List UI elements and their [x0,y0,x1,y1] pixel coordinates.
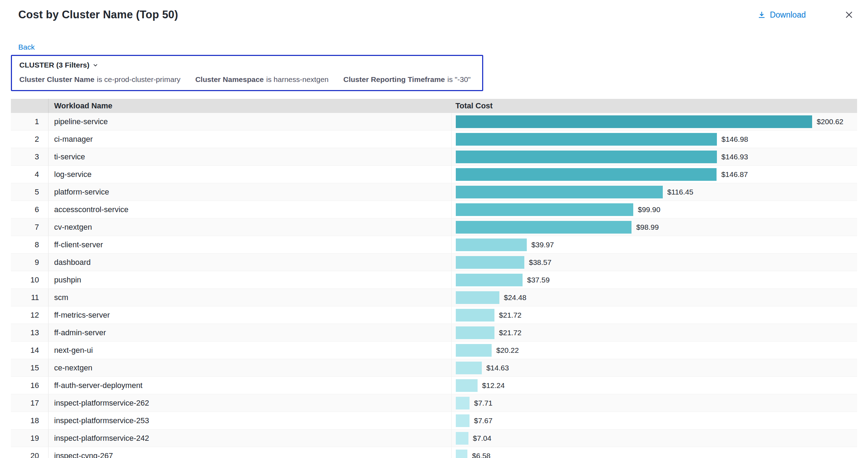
cost-table: Workload Name Total Cost 1pipeline-servi… [11,99,857,458]
cost-cell: $21.72 [451,306,857,324]
cost-bar[interactable] [456,397,469,409]
cost-cell: $99.90 [451,201,857,218]
workload-name: pipeline-service [48,113,451,130]
download-button[interactable]: Download [757,10,806,20]
table-row: 16ff-auth-server-deployment$12.24 [11,377,857,394]
workload-name: pushpin [48,271,451,288]
cost-bar[interactable] [456,362,482,374]
cost-value: $7.67 [474,416,493,425]
cost-value: $14.63 [486,364,509,372]
cost-value: $146.93 [721,153,748,161]
cost-cell: $200.62 [451,113,857,130]
row-rank: 20 [11,451,48,458]
cost-value: $7.71 [474,399,493,407]
row-rank: 7 [11,223,48,232]
chevron-down-icon [92,62,98,68]
filter-field: Cluster Reporting Timeframe [343,75,445,83]
close-icon[interactable] [844,10,854,19]
cost-cell: $14.63 [451,359,857,376]
table-row: 13ff-admin-server$21.72 [11,324,857,342]
row-rank: 11 [11,293,48,302]
cost-cell: $21.72 [451,324,857,341]
cost-cell: $38.57 [451,254,857,271]
cost-bar[interactable] [456,186,663,198]
column-header-total-cost: Total Cost [451,101,857,110]
cost-cell: $12.24 [451,377,857,394]
workload-name: ff-auth-server-deployment [48,377,451,394]
cost-bar[interactable] [456,414,469,427]
cost-value: $21.72 [499,311,522,319]
table-row: 18inspect-platformservice-253$7.67 [11,412,857,430]
filter-items: Cluster Cluster Nameis ce-prod-cluster-p… [19,75,475,84]
row-rank: 15 [11,363,48,373]
table-row: 4log-service$146.87 [11,166,857,183]
row-rank: 2 [11,135,48,144]
page-title: Cost by Cluster Name (Top 50) [18,8,178,21]
workload-name: next-gen-ui [48,342,451,359]
table-row: 1pipeline-service$200.62 [11,113,857,131]
cost-cell: $37.59 [451,271,857,288]
row-rank: 16 [11,381,48,390]
cost-bar[interactable] [456,115,812,128]
row-rank: 1 [11,117,48,126]
download-icon [757,11,766,19]
filter-summary-label: CLUSTER (3 Filters) [19,61,90,69]
cost-bar[interactable] [456,450,467,458]
cost-value: $21.72 [499,329,522,337]
cost-bar[interactable] [456,221,631,234]
cost-cell: $24.48 [451,289,857,306]
table-row: 5platform-service$116.45 [11,183,857,201]
table-row: 3ti-service$146.93 [11,148,857,166]
cost-bar[interactable] [456,326,494,339]
table-row: 9dashboard$38.57 [11,254,857,271]
workload-name: platform-service [48,183,451,201]
cost-value: $146.87 [721,170,748,179]
table-row: 19inspect-platformservice-242$7.04 [11,430,857,447]
cost-bar[interactable] [456,344,492,357]
table-row: 14next-gen-ui$20.22 [11,342,857,359]
workload-name: inspect-cvng-267 [48,447,451,458]
cost-bar[interactable] [456,133,717,146]
cost-bar[interactable] [456,151,717,163]
column-header-workload-name: Workload Name [48,99,451,113]
row-rank: 6 [11,205,48,214]
cost-bar[interactable] [456,203,633,216]
cost-cell: $39.97 [451,236,857,253]
workload-name: accesscontrol-service [48,201,451,218]
cost-bar[interactable] [456,238,527,251]
cost-bar[interactable] [456,432,468,445]
cost-value: $20.22 [496,346,519,355]
table-row: 7cv-nextgen$98.99 [11,218,857,236]
cost-bar[interactable] [456,379,478,392]
cost-bar[interactable] [456,168,717,181]
filter-summary[interactable]: CLUSTER (3 Filters) [19,61,475,69]
cost-value: $146.98 [721,135,748,144]
cluster-filter-panel[interactable]: CLUSTER (3 Filters) Cluster Cluster Name… [11,55,483,91]
back-link[interactable]: Back [18,43,35,51]
cost-cell: $146.98 [451,131,857,148]
table-row: 2ci-manager$146.98 [11,131,857,148]
cost-value: $39.97 [531,241,554,249]
cost-value: $200.62 [817,117,843,126]
row-rank: 19 [11,434,48,443]
cost-bar[interactable] [456,256,524,269]
workload-name: inspect-platformservice-253 [48,412,451,429]
cost-cell: $7.67 [451,412,857,429]
workload-name: cv-nextgen [48,218,451,236]
row-rank: 18 [11,416,48,425]
workload-name: inspect-platformservice-262 [48,394,451,412]
row-rank: 14 [11,346,48,355]
filter-item: Cluster Reporting Timeframeis "-30" [343,75,471,84]
row-rank: 4 [11,170,48,179]
cost-value: $116.45 [667,188,693,196]
cost-bar[interactable] [456,309,494,322]
workload-name: ff-metrics-server [48,306,451,324]
row-rank: 5 [11,187,48,197]
cost-bar[interactable] [456,274,523,286]
table-header-row: Workload Name Total Cost [11,99,857,113]
filter-field: Cluster Namespace [195,75,264,83]
cost-by-cluster-panel: Cost by Cluster Name (Top 50) Download B… [0,0,868,458]
cost-bar[interactable] [456,291,499,304]
cost-value: $12.24 [482,381,505,390]
row-rank: 17 [11,399,48,408]
